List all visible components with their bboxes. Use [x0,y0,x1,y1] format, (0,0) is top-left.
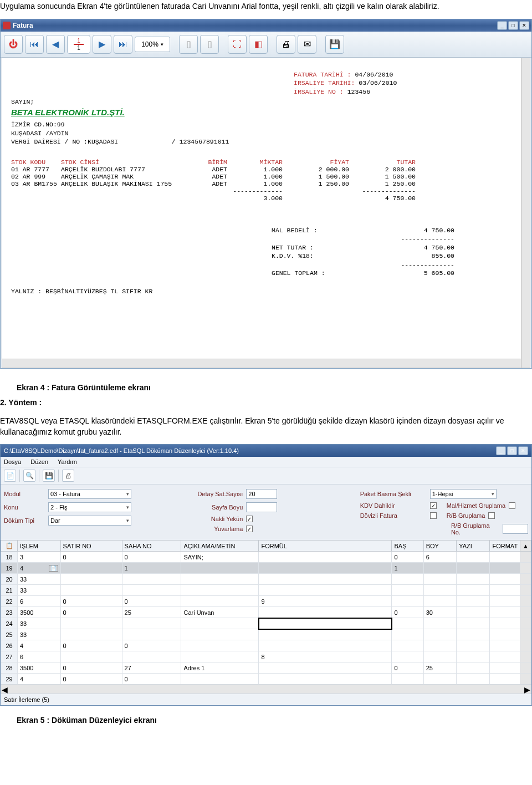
col-format[interactable]: FORMAT [490,541,520,552]
table-row[interactable]: 29400 [1,674,531,685]
company-name: BETA ELEKTRONİK LTD.ŞTİ. [11,108,521,117]
dokum-select[interactable]: Dar [48,516,131,526]
editor-titlebar: C:\EtaV8SQLDemo\Dizayn\fat_fatura2.edf -… [1,445,531,457]
invoice-item-row: 03 AR BM1755ARÇELİK BULAŞIK MAKİNASI 175… [11,180,521,187]
editor-minimize-button[interactable]: _ [496,446,506,455]
grid-scroll-head: ▲ [520,541,531,552]
address-block: İZMİR CD.NO:99 KUŞADASI /AYDIN VERGİ DAİ… [11,120,521,146]
invoice-window: Fatura _ □ ✕ ⏻ ⏮ ◀ 1 1 ▶ ⏭ 100% ▾ ▯ ▯ ⛶ … [0,19,532,369]
caption-ekran4: Ekran 4 : Fatura Görüntüleme ekranı [0,373,532,396]
editor-maximize-button[interactable]: □ [507,446,517,455]
rb-checkbox[interactable] [488,512,495,519]
invoice-dates: FATURA TARİHİ : 04/06/2010 İRSALİYE TARİ… [294,70,521,96]
prev-page-button[interactable]: ◀ [46,35,65,54]
first-page-button[interactable]: ⏮ [25,35,44,54]
doviz-checkbox[interactable] [430,512,437,519]
yuvarlama-checkbox[interactable]: ✓ [246,526,253,532]
form-area: Modül03 - Fatura Konu2 - Fiş Döküm TipiD… [1,485,531,540]
page-b-button[interactable]: ▯ [200,35,219,54]
table-row[interactable]: 2533 [1,629,531,640]
next-page-button[interactable]: ▶ [93,35,111,54]
nakli-checkbox[interactable]: ✓ [246,516,253,522]
statusbar: Satır İlerleme (5) [1,694,531,705]
horizontal-scrollbar[interactable] [2,359,521,368]
rbno-input[interactable] [503,524,528,534]
sayin-label: SAYIN; [11,98,521,105]
table-row[interactable]: 226009 [1,596,531,607]
corner-cell[interactable]: 📋 [1,541,18,552]
invoice-item-row: 01 AR 7777ARÇELİK BUZDOLABI 7777ADET1.00… [11,166,521,173]
grid-horizontal-scrollbar[interactable]: ◀ ▶ [1,685,531,694]
table-row[interactable]: 194 📄11 [1,563,531,574]
fit-width-button[interactable]: ⛶ [228,35,247,54]
sayfa-input[interactable] [246,502,277,512]
print-button[interactable]: 🖨 [277,35,295,54]
grid: 📋 İŞLEM SATIR NO SAHA NO AÇIKLAMA/METİN … [1,540,531,694]
modul-select[interactable]: 03 - Fatura [48,489,131,499]
fit-page-button[interactable]: ◧ [249,35,268,54]
table-row[interactable]: 2033 [1,574,531,585]
save-button[interactable]: 💾 [325,35,344,54]
close-button[interactable]: ✕ [519,21,529,30]
col-boy[interactable]: BOY [423,541,457,552]
invoice-preview: FATURA TARİHİ : 04/06/2010 İRSALİYE TARİ… [2,58,530,368]
save-doc-button[interactable]: 💾 [43,470,55,482]
titlebar: Fatura _ □ ✕ [1,19,531,32]
new-doc-button[interactable]: 📄 [4,470,16,482]
paket-select[interactable]: 1-Hepsi [430,489,497,499]
caption-ekran5: Ekran 5 : Döküman Düzenleyici ekranı [0,706,532,729]
search-button[interactable]: 🔍 [23,470,35,482]
invoice-item-row: 02 AR 999ARÇELİK ÇAMAŞIR MAKADET1.0001 5… [11,173,521,180]
table-row[interactable]: 233500025Cari Ünvan030 [1,607,531,618]
col-aciklama[interactable]: AÇIKLAMA/METİN [181,541,259,552]
last-page-button[interactable]: ⏭ [114,35,132,54]
menubar: Dosya Düzen Yardım [1,457,531,467]
invoice-totals: MAL BEDELİ :4 750.00 -------------- NET … [272,226,521,278]
editor-close-button[interactable]: ✕ [518,446,528,455]
table-row[interactable]: 18300SAYIN;06 [1,552,531,563]
table-row[interactable]: 2133 [1,585,531,596]
col-formul[interactable]: FORMÜL [259,541,392,552]
intro-paragraph: Uygulama sonucunda Ekran 4'te görüntülen… [0,0,532,19]
menu-duzen[interactable]: Düzen [30,458,48,465]
method-heading: 2. Yöntem : [0,396,532,415]
konu-select[interactable]: 2 - Fiş [48,502,131,512]
col-islem[interactable]: İŞLEM [18,541,61,552]
email-button[interactable]: ✉ [298,35,316,54]
col-sahano[interactable]: SAHA NO [122,541,181,552]
dash-row: ------------- -------------- [11,187,521,195]
print-doc-button[interactable]: 🖨 [62,470,74,482]
detay-input[interactable] [246,489,277,499]
minimize-button[interactable]: _ [497,21,507,30]
method-paragraph: ETAV8SQL veya ETASQL klasöründeki ETASQL… [0,415,532,444]
table-row[interactable]: 26400 [1,640,531,651]
window-title: Fatura [13,22,33,29]
menu-dosya[interactable]: Dosya [4,458,21,465]
page-a-button[interactable]: ▯ [179,35,198,54]
items-header: STOK KODU STOK CİNSİ BİRİM MİKTAR FİYAT … [11,159,521,166]
zoom-box[interactable]: 100% ▾ [135,37,170,52]
editor-toolbar: 📄 🔍 💾 🖨 [1,467,531,485]
maximize-button[interactable]: □ [508,21,518,30]
vertical-scrollbar[interactable] [521,58,530,368]
toolbar: ⏻ ⏮ ◀ 1 1 ▶ ⏭ 100% ▾ ▯ ▯ ⛶ ◧ 🖨 ✉ 💾 [1,32,531,58]
table-row[interactable]: 2768 [1,651,531,662]
menu-yardim[interactable]: Yardım [58,458,77,465]
editor-window: C:\EtaV8SQLDemo\Dizayn\fat_fatura2.edf -… [0,444,532,706]
col-yazi[interactable]: YAZI [457,541,490,552]
table-row[interactable]: 2433 [1,618,531,629]
table-row[interactable]: 283500027Adres 1025 [1,662,531,674]
app-icon [3,22,11,29]
col-satirno[interactable]: SATIR NO [60,541,122,552]
power-button[interactable]: ⏻ [4,35,23,54]
mal-checkbox[interactable] [509,502,515,509]
amount-in-words: YALNIZ : BEŞBİNALTIYÜZBEŞ TL SIFIR KR [11,288,521,295]
page-indicator: 1 1 [67,35,90,54]
col-bas[interactable]: BAŞ [392,541,423,552]
sum-row: 3.000 4 750.00 [11,195,521,202]
kdv-checkbox[interactable]: ✓ [430,502,437,509]
